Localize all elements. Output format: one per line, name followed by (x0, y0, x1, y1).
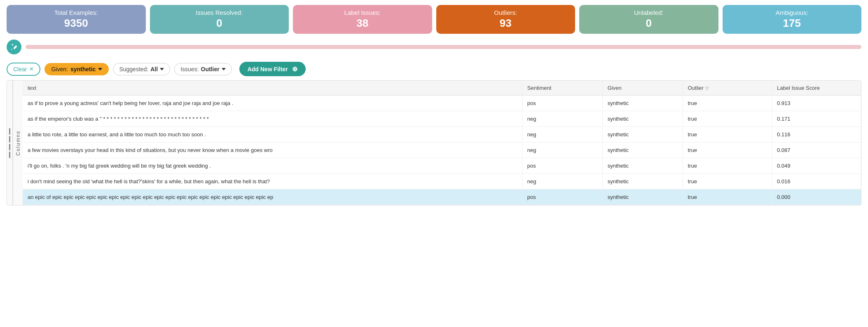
stat-value: 93 (443, 17, 569, 30)
stat-value: 38 (299, 17, 426, 30)
cell-text: as if to prove a young actress' can't he… (23, 96, 522, 111)
cell-text: as if the emperor's club was a " * * * *… (23, 111, 522, 127)
columns-line (9, 136, 10, 142)
header-row: textSentimentGivenOutlier▽Label Issue Sc… (23, 81, 861, 96)
cell-outlier: true (683, 189, 772, 205)
cell-given: synthetic (602, 127, 683, 142)
stat-card-stat-total: Total Examples: 9350 (7, 5, 146, 34)
stat-value: 9350 (13, 17, 139, 30)
cell-score: 0.116 (772, 127, 861, 142)
cell-given: synthetic (602, 96, 683, 111)
cell-outlier: true (683, 111, 772, 127)
cell-given: synthetic (602, 189, 683, 205)
stat-label: Unlabeled: (586, 9, 712, 16)
progress-section (0, 38, 868, 58)
cell-score: 0.913 (772, 96, 861, 111)
stat-value: 0 (157, 17, 283, 30)
cell-text: an epic of epic epic epic epic epic epic… (23, 189, 522, 205)
cell-given: synthetic (602, 174, 683, 189)
stat-card-stat-unlabeled: Unlabeled: 0 (579, 5, 718, 34)
progress-track (26, 45, 861, 49)
cell-sentiment: neg (522, 142, 602, 158)
table-body: as if to prove a young actress' can't he… (23, 96, 861, 205)
cell-text: a little too rote, a little too earnest,… (23, 127, 522, 142)
header-sentiment: Sentiment (522, 81, 602, 96)
stat-label: Label Issues: (299, 9, 426, 16)
table-header: textSentimentGivenOutlier▽Label Issue Sc… (23, 81, 861, 96)
cell-outlier: true (683, 158, 772, 174)
chevron-down-icon (160, 68, 164, 70)
columns-line (9, 144, 10, 150)
cell-score: 0.049 (772, 158, 861, 174)
suggested-value: All (150, 66, 158, 72)
header-score: Label Issue Score (772, 81, 861, 96)
stat-value: 0 (586, 17, 712, 30)
stat-value: 175 (729, 17, 855, 30)
table-row[interactable]: as if to prove a young actress' can't he… (23, 96, 861, 111)
issues-value: Outlier (201, 66, 220, 72)
columns-line (9, 152, 10, 158)
cell-outlier: true (683, 174, 772, 189)
stat-card-stat-ambiguous: Ambiguous: 175 (723, 5, 862, 34)
cell-sentiment: pos (522, 96, 602, 111)
chevron-down-icon (222, 68, 226, 70)
columns-line (9, 128, 10, 135)
cell-sentiment: neg (522, 127, 602, 142)
issues-prefix: Issues: (180, 66, 199, 72)
clear-filter-button[interactable]: Clear ✕ (7, 63, 40, 76)
stat-card-stat-resolved: Issues Resolved: 0 (150, 5, 289, 34)
stat-label: Ambiguous: (729, 9, 855, 16)
table-row[interactable]: an epic of epic epic epic epic epic epic… (23, 189, 861, 205)
stat-card-stat-label-issues: Label Issues: 38 (293, 5, 432, 34)
table-row[interactable]: i don't mind seeing the old 'what the he… (23, 174, 861, 189)
stat-label: Total Examples: (13, 9, 139, 16)
table-inner: textSentimentGivenOutlier▽Label Issue Sc… (23, 81, 861, 205)
cell-outlier: true (683, 142, 772, 158)
given-prefix: Given: (51, 66, 68, 72)
stat-label: Outliers: (443, 9, 569, 16)
chevron-down-icon (98, 68, 102, 70)
cell-text: a few movies overstays your head in this… (23, 142, 522, 158)
cell-score: 0.000 (772, 189, 861, 205)
cell-score: 0.087 (772, 142, 861, 158)
given-filter-button[interactable]: Given: synthetic (44, 63, 109, 75)
header-text: text (23, 81, 522, 96)
cell-text: i don't mind seeing the old 'what the he… (23, 174, 522, 189)
columns-toggle[interactable] (7, 81, 13, 205)
table-row[interactable]: as if the emperor's club was a " * * * *… (23, 111, 861, 127)
stat-card-stat-outliers: Outliers: 93 (436, 5, 576, 34)
clear-icon: ✕ (29, 66, 34, 72)
columns-label[interactable]: Columns (13, 81, 23, 205)
suggested-filter-button[interactable]: Suggested: All (113, 63, 170, 75)
broom-icon (7, 40, 21, 54)
table-row[interactable]: a little too rote, a little too earnest,… (23, 127, 861, 142)
cell-sentiment: pos (522, 189, 602, 205)
cell-score: 0.171 (772, 111, 861, 127)
progress-fill (26, 45, 736, 49)
filter-bar: Clear ✕ Given: synthetic Suggested: All … (0, 58, 868, 80)
add-filter-label: Add New Filter (248, 66, 288, 72)
given-value: synthetic (70, 66, 96, 72)
cell-sentiment: neg (522, 174, 602, 189)
cell-given: synthetic (602, 111, 683, 127)
cell-sentiment: neg (522, 111, 602, 127)
cell-given: synthetic (602, 158, 683, 174)
header-outlier[interactable]: Outlier▽ (683, 81, 772, 96)
table-row[interactable]: i'll go on, folks . 'n my big fat greek … (23, 158, 861, 174)
table-row[interactable]: a few movies overstays your head in this… (23, 142, 861, 158)
issues-filter-button[interactable]: Issues: Outlier (174, 63, 232, 75)
cell-text: i'll go on, folks . 'n my big fat greek … (23, 158, 522, 174)
data-table: textSentimentGivenOutlier▽Label Issue Sc… (23, 81, 861, 205)
clear-label: Clear (13, 66, 27, 72)
cell-score: 0.016 (772, 174, 861, 189)
add-filter-button[interactable]: Add New Filter ⊕ (239, 62, 306, 76)
cell-outlier: true (683, 96, 772, 111)
stats-row: Total Examples: 9350 Issues Resolved: 0 … (0, 0, 868, 38)
suggested-prefix: Suggested: (119, 66, 148, 72)
data-table-container: Columns textSentimentGivenOutlier▽Label … (7, 80, 861, 206)
header-given: Given (602, 81, 683, 96)
sort-icon: ▽ (705, 86, 709, 91)
cell-given: synthetic (602, 142, 683, 158)
plus-circle-icon: ⊕ (292, 65, 297, 73)
cell-sentiment: pos (522, 158, 602, 174)
